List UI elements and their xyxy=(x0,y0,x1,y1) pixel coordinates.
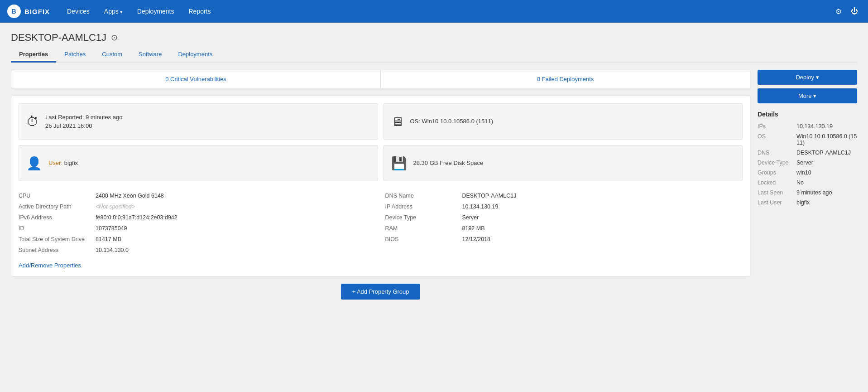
properties-left: CPU 2400 MHz Xeon Gold 6148 Active Direc… xyxy=(19,190,376,256)
last-reported-line1: Last Reported: 9 minutes ago xyxy=(45,113,123,122)
prop-dns-value: DESKTOP-AAMLC1J xyxy=(462,193,517,199)
settings-icon[interactable]: ⚙ xyxy=(833,5,844,18)
cards-grid: ⏱ Last Reported: 9 minutes ago 26 Jul 20… xyxy=(11,96,750,276)
prop-ram-value: 8192 MB xyxy=(462,225,485,232)
detail-last-seen-val: 9 minutes ago xyxy=(796,189,832,196)
user-icon: 👤 xyxy=(26,156,42,171)
last-reported-line2: 26 Jul 2021 16:00 xyxy=(45,121,123,131)
detail-dns-key: DNS xyxy=(758,150,794,156)
right-sidebar: Deploy ▾ More ▾ Details IPs 10.134.130.1… xyxy=(758,70,857,300)
prop-subnet-label: Subnet Address xyxy=(19,247,96,253)
prop-bios-value: 12/12/2018 xyxy=(462,236,491,242)
properties-right: DNS Name DESKTOP-AAMLC1J IP Address 10.1… xyxy=(385,190,743,256)
clock-icon: ⏱ xyxy=(26,114,39,129)
disk-icon: 💾 xyxy=(391,156,407,171)
page-title: DESKTOP-AAMLC1J xyxy=(11,32,106,44)
prop-ram-label: RAM xyxy=(385,225,462,232)
detail-locked-val: No xyxy=(796,179,804,186)
nav-devices[interactable]: Devices xyxy=(61,4,96,19)
prop-ipv6-label: IPv6 Address xyxy=(19,214,96,221)
prop-ip-value: 10.134.130.19 xyxy=(462,203,499,210)
alerts-bar: 0 Critical Vulnerabilities 0 Failed Depl… xyxy=(11,70,750,88)
deploy-button[interactable]: Deploy ▾ xyxy=(758,70,857,85)
user-value-text: bigfix xyxy=(64,160,78,166)
nav-reports[interactable]: Reports xyxy=(182,4,217,19)
os-text: OS: Win10 10.0.10586.0 (1511) xyxy=(410,117,494,126)
nav-apps[interactable]: Apps xyxy=(98,4,129,19)
nav-right: ⚙ ⏻ xyxy=(833,5,861,18)
prop-ad-path: Active Directory Path <Not specified> xyxy=(19,201,376,212)
prop-subnet-value: 10.134.130.0 xyxy=(96,247,129,253)
prop-subnet: Subnet Address 10.134.130.0 xyxy=(19,245,376,256)
add-remove-properties-link[interactable]: Add/Remove Properties xyxy=(19,262,81,269)
prop-device-type: Device Type Server xyxy=(385,212,743,223)
tab-properties[interactable]: Properties xyxy=(11,47,56,63)
brand-label: BIGFIX xyxy=(24,8,50,15)
prop-id-label: ID xyxy=(19,225,96,232)
prop-id-value: 1073785049 xyxy=(96,225,127,232)
prop-dns: DNS Name DESKTOP-AAMLC1J xyxy=(385,190,743,201)
detail-row-last-seen: Last Seen 9 minutes ago xyxy=(758,188,857,198)
prop-ad-value: <Not specified> xyxy=(96,203,135,210)
detail-groups-val: win10 xyxy=(796,169,811,176)
nav-deployments[interactable]: Deployments xyxy=(131,4,181,19)
tabs: Properties Patches Custom Software Deplo… xyxy=(11,47,857,63)
disk-line1: 28.30 GB Free Disk Space xyxy=(413,159,484,168)
detail-os-val: Win10 10.0.10586.0 (1511) xyxy=(796,133,857,146)
prop-drive-size-label: Total Size of System Drive xyxy=(19,236,96,242)
detail-locked-key: Locked xyxy=(758,179,794,186)
detail-last-user-val: bigfix xyxy=(796,199,810,206)
detail-row-ips: IPs 10.134.130.19 xyxy=(758,121,857,131)
detail-row-os: OS Win10 10.0.10586.0 (1511) xyxy=(758,131,857,148)
details-title: Details xyxy=(758,111,857,118)
detail-dns-val: DESKTOP-AAMLC1J xyxy=(796,150,851,156)
main-layout: 0 Critical Vulnerabilities 0 Failed Depl… xyxy=(11,70,857,300)
detail-row-last-user: Last User bigfix xyxy=(758,198,857,208)
prop-ip: IP Address 10.134.130.19 xyxy=(385,201,743,212)
tab-patches[interactable]: Patches xyxy=(56,47,94,63)
os-line1: OS: Win10 10.0.10586.0 (1511) xyxy=(410,117,494,126)
brand[interactable]: B BIGFIX xyxy=(7,5,50,18)
prop-id: ID 1073785049 xyxy=(19,223,376,234)
detail-ips-key: IPs xyxy=(758,123,794,130)
last-reported-card: ⏱ Last Reported: 9 minutes ago 26 Jul 20… xyxy=(19,103,378,140)
power-icon[interactable]: ⏻ xyxy=(848,5,861,17)
detail-ips-val: 10.134.130.19 xyxy=(796,123,833,130)
prop-cpu: CPU 2400 MHz Xeon Gold 6148 xyxy=(19,190,376,201)
prop-ip-label: IP Address xyxy=(385,203,462,210)
more-button[interactable]: More ▾ xyxy=(758,88,857,103)
user-line1: User: bigfix xyxy=(48,159,78,168)
info-cards: ⏱ Last Reported: 9 minutes ago 26 Jul 20… xyxy=(19,103,743,181)
prop-ipv6-value: fe80:0:0:0:91a7:d124:2e03:d942 xyxy=(96,214,177,221)
details-panel: Details IPs 10.134.130.19 OS Win10 10.0.… xyxy=(758,111,857,208)
user-text: User: bigfix xyxy=(48,159,78,168)
user-card: 👤 User: bigfix xyxy=(19,145,378,181)
detail-last-user-key: Last User xyxy=(758,199,794,206)
failed-deployments-alert[interactable]: 0 Failed Deployments xyxy=(380,70,750,88)
tab-custom[interactable]: Custom xyxy=(94,47,130,63)
disk-card: 💾 28.30 GB Free Disk Space xyxy=(384,145,743,181)
device-status-icon[interactable]: ⊙ xyxy=(111,33,118,43)
detail-row-dns: DNS DESKTOP-AAMLC1J xyxy=(758,148,857,158)
navbar: B BIGFIX Devices Apps Deployments Report… xyxy=(0,0,868,23)
prop-ram: RAM 8192 MB xyxy=(385,223,743,234)
detail-device-type-key: Device Type xyxy=(758,160,794,166)
prop-cpu-value: 2400 MHz Xeon Gold 6148 xyxy=(96,193,164,199)
prop-drive-size: Total Size of System Drive 81417 MB xyxy=(19,234,376,245)
tab-deployments[interactable]: Deployments xyxy=(170,47,221,63)
prop-drive-size-value: 81417 MB xyxy=(96,236,121,242)
last-reported-text: Last Reported: 9 minutes ago 26 Jul 2021… xyxy=(45,113,123,131)
prop-bios: BIOS 12/12/2018 xyxy=(385,234,743,245)
prop-ad-label: Active Directory Path xyxy=(19,203,96,210)
critical-vulnerabilities-alert[interactable]: 0 Critical Vulnerabilities xyxy=(11,70,380,88)
tab-software[interactable]: Software xyxy=(130,47,170,63)
properties-section: CPU 2400 MHz Xeon Gold 6148 Active Direc… xyxy=(19,190,743,256)
detail-row-groups: Groups win10 xyxy=(758,168,857,178)
add-property-group-button[interactable]: + Add Property Group xyxy=(341,284,420,300)
detail-last-seen-key: Last Seen xyxy=(758,189,794,196)
nav-items: Devices Apps Deployments Reports xyxy=(61,4,833,19)
prop-cpu-label: CPU xyxy=(19,193,96,199)
prop-bios-label: BIOS xyxy=(385,236,462,242)
detail-row-device-type: Device Type Server xyxy=(758,158,857,168)
os-card: 🖥 OS: Win10 10.0.10586.0 (1511) xyxy=(384,103,743,140)
